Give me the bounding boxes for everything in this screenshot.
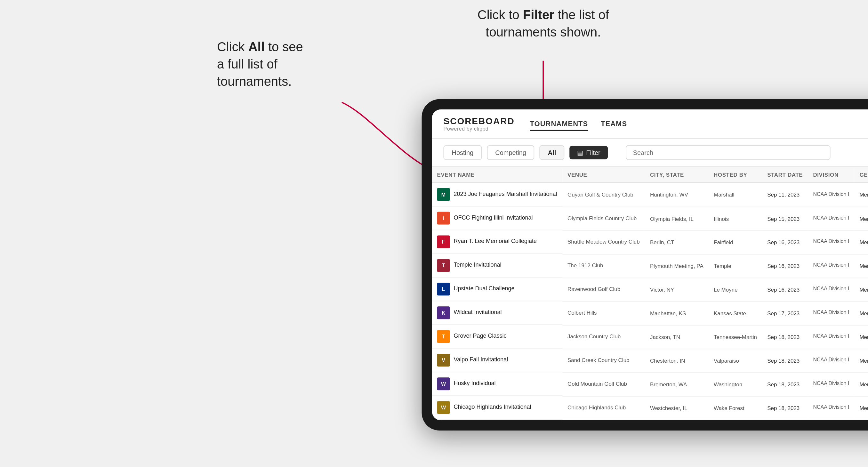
tab-hosting[interactable]: Hosting bbox=[443, 145, 482, 160]
venue-cell: Sand Creek Country Club bbox=[562, 349, 645, 372]
filter-icon: ▤ bbox=[577, 149, 583, 156]
event-name-text: Valpo Fall Invitational bbox=[454, 356, 508, 364]
city-cell: Jackson, TN bbox=[645, 325, 709, 349]
hosted-by-cell: Le Moyne bbox=[709, 278, 762, 301]
venue-cell: Chicago Highlands Club bbox=[562, 396, 645, 419]
tab-competing[interactable]: Competing bbox=[487, 145, 534, 160]
division-cell: NCAA Division I bbox=[808, 372, 854, 396]
logo-sub: Powered by clippd bbox=[443, 126, 515, 132]
team-logo: M bbox=[437, 188, 450, 201]
team-logo: K bbox=[437, 306, 450, 319]
event-name-cell: K Wildcat Invitational bbox=[432, 301, 562, 325]
gender-cell: Men bbox=[854, 349, 868, 372]
division-cell: NCAA Division I bbox=[808, 301, 854, 325]
city-cell: Manhattan, KS bbox=[645, 301, 709, 325]
date-cell: Sep 16, 2023 bbox=[762, 230, 808, 254]
event-name-text: 2023 Joe Feaganes Marshall Invitational bbox=[454, 191, 557, 198]
filter-button[interactable]: ▤ Filter bbox=[569, 146, 608, 159]
date-cell: Sep 16, 2023 bbox=[762, 254, 808, 278]
nav-teams[interactable]: TEAMS bbox=[601, 117, 627, 131]
gender-cell: Men bbox=[854, 372, 868, 396]
division-cell: NCAA Division I bbox=[808, 396, 854, 419]
division-cell: NCAA Division I bbox=[808, 325, 854, 349]
hosted-by-cell: Tennessee-Martin bbox=[709, 325, 762, 349]
annotation-top-center: Click to Filter the list oftournaments s… bbox=[422, 6, 665, 41]
table-container: EVENT NAME VENUE CITY, STATE HOSTED BY S… bbox=[432, 167, 868, 420]
city-cell: Olympia Fields, IL bbox=[645, 207, 709, 230]
hosted-by-cell: Illinois bbox=[709, 207, 762, 230]
event-name-cell: F Ryan T. Lee Memorial Collegiate bbox=[432, 230, 562, 254]
division-cell: NCAA Division I bbox=[808, 254, 854, 278]
filter-label: Filter bbox=[586, 149, 600, 156]
gender-cell: Men bbox=[854, 183, 868, 207]
gender-cell: Men bbox=[854, 325, 868, 349]
division-cell: NCAA Division I bbox=[808, 207, 854, 230]
event-name-text: Upstate Dual Challenge bbox=[454, 285, 514, 293]
table-row: W Husky Individual Gold Mountain Golf Cl… bbox=[432, 372, 868, 396]
team-logo: F bbox=[437, 235, 450, 248]
hosted-by-cell: Temple bbox=[709, 254, 762, 278]
hosted-by-cell: Fairfield bbox=[709, 230, 762, 254]
annotation-top-left: Click All to seea full list oftournament… bbox=[217, 38, 345, 90]
team-logo: L bbox=[437, 283, 450, 295]
col-hosted-by: HOSTED BY bbox=[709, 167, 762, 183]
table-row: T Temple Invitational The 1912 Club Plym… bbox=[432, 254, 868, 278]
city-cell: Westchester, IL bbox=[645, 396, 709, 419]
date-cell: Sep 18, 2023 bbox=[762, 396, 808, 419]
gender-cell: Men bbox=[854, 254, 868, 278]
event-name-text: Grover Page Classic bbox=[454, 333, 506, 340]
city-cell: Huntington, WV bbox=[645, 183, 709, 207]
division-cell: NCAA Division I bbox=[808, 183, 854, 207]
venue-cell: Shuttle Meadow Country Club bbox=[562, 230, 645, 254]
event-name-cell: I OFCC Fighting Illini Invitational bbox=[432, 207, 562, 230]
event-name-cell: T Temple Invitational bbox=[432, 254, 562, 278]
date-cell: Sep 16, 2023 bbox=[762, 278, 808, 301]
table-row: M 2023 Joe Feaganes Marshall Invitationa… bbox=[432, 183, 868, 207]
division-cell: NCAA Division I bbox=[808, 278, 854, 301]
col-gender: GENDER bbox=[854, 167, 868, 183]
search-input[interactable] bbox=[626, 145, 831, 160]
event-name-text: OFCC Fighting Illini Invitational bbox=[454, 214, 533, 222]
city-cell: Bremerton, WA bbox=[645, 372, 709, 396]
table-row: V Valpo Fall Invitational Sand Creek Cou… bbox=[432, 349, 868, 372]
hosted-by-cell: Kansas State bbox=[709, 301, 762, 325]
hosted-by-cell: Valparaiso bbox=[709, 349, 762, 372]
gender-cell: Men bbox=[854, 301, 868, 325]
date-cell: Sep 11, 2023 bbox=[762, 183, 808, 207]
nav-items: TOURNAMENTS TEAMS bbox=[530, 117, 868, 131]
team-logo: I bbox=[437, 212, 450, 225]
table-body: M 2023 Joe Feaganes Marshall Invitationa… bbox=[432, 183, 868, 419]
hosted-by-cell: Wake Forest bbox=[709, 396, 762, 419]
event-name-cell: L Upstate Dual Challenge bbox=[432, 278, 562, 301]
date-cell: Sep 15, 2023 bbox=[762, 207, 808, 230]
tablet-screen: SCOREBOARD Powered by clippd TOURNAMENTS… bbox=[432, 110, 868, 420]
logo-text: SCOREBOARD bbox=[443, 116, 515, 126]
event-name-cell: T Grover Page Classic bbox=[432, 325, 562, 349]
event-name-cell: V Valpo Fall Invitational bbox=[432, 349, 562, 372]
date-cell: Sep 18, 2023 bbox=[762, 372, 808, 396]
city-cell: Victor, NY bbox=[645, 278, 709, 301]
division-cell: NCAA Division I bbox=[808, 230, 854, 254]
event-name-cell: M 2023 Joe Feaganes Marshall Invitationa… bbox=[432, 183, 562, 207]
nav-tournaments[interactable]: TOURNAMENTS bbox=[530, 117, 588, 131]
venue-cell: Colbert Hills bbox=[562, 301, 645, 325]
division-cell: NCAA Division I bbox=[808, 349, 854, 372]
col-event-name: EVENT NAME bbox=[432, 167, 562, 183]
logo-area: SCOREBOARD Powered by clippd bbox=[443, 116, 515, 132]
city-cell: Chesterton, IN bbox=[645, 349, 709, 372]
event-name-text: Chicago Highlands Invitational bbox=[454, 404, 531, 411]
table-row: W Chicago Highlands Invitational Chicago… bbox=[432, 396, 868, 419]
col-start-date: START DATE bbox=[762, 167, 808, 183]
date-cell: Sep 18, 2023 bbox=[762, 349, 808, 372]
toolbar: Hosting Competing All ▤ Filter + Create bbox=[432, 139, 868, 167]
table-row: T Grover Page Classic Jackson Country Cl… bbox=[432, 325, 868, 349]
venue-cell: Guyan Golf & Country Club bbox=[562, 183, 645, 207]
table-row: I OFCC Fighting Illini Invitational Olym… bbox=[432, 207, 868, 230]
col-venue: VENUE bbox=[562, 167, 645, 183]
table-row: K Wildcat Invitational Colbert Hills Man… bbox=[432, 301, 868, 325]
table-header-row: EVENT NAME VENUE CITY, STATE HOSTED BY S… bbox=[432, 167, 868, 183]
event-name-cell: W Husky Individual bbox=[432, 372, 562, 396]
tablet-frame: SCOREBOARD Powered by clippd TOURNAMENTS… bbox=[422, 99, 868, 430]
team-logo: W bbox=[437, 377, 450, 390]
tab-all[interactable]: All bbox=[539, 145, 565, 160]
